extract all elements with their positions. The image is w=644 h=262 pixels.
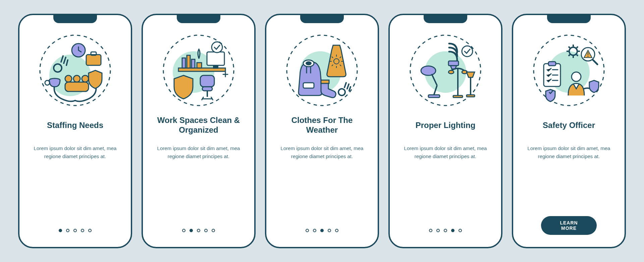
onboarding-screen-1: Staffing Needs Lorem ipsum dolor sit dim… xyxy=(18,14,132,248)
dot-4[interactable] xyxy=(81,229,84,232)
svg-point-4 xyxy=(82,75,89,82)
phone-notch xyxy=(177,15,220,23)
dot-3[interactable] xyxy=(444,229,447,232)
svg-rect-54 xyxy=(453,95,463,97)
screen-title: Proper Lighting xyxy=(416,116,476,135)
dot-3[interactable] xyxy=(197,229,200,232)
dot-5[interactable] xyxy=(88,229,92,232)
svg-line-71 xyxy=(577,47,578,48)
clothes-weather-icon xyxy=(283,32,361,109)
svg-rect-17 xyxy=(182,58,185,68)
svg-rect-18 xyxy=(187,55,190,68)
svg-rect-29 xyxy=(303,83,314,88)
dot-1[interactable] xyxy=(59,229,62,232)
onboarding-screen-3: Clothes For The Weather Lorem ipsum dolo… xyxy=(265,14,379,248)
svg-rect-15 xyxy=(207,52,224,65)
dot-2[interactable] xyxy=(313,229,316,232)
phone-notch xyxy=(53,15,97,23)
svg-rect-16 xyxy=(213,65,218,69)
phone-notch xyxy=(547,15,591,23)
dot-5[interactable] xyxy=(459,229,462,232)
proper-lighting-icon xyxy=(407,32,484,109)
dot-1[interactable] xyxy=(182,229,185,232)
dot-4[interactable] xyxy=(204,229,208,232)
svg-line-69 xyxy=(569,47,570,48)
dot-4[interactable] xyxy=(328,229,331,232)
screen-description: Lorem ipsum dolor sit dim amet, mea regi… xyxy=(278,144,366,160)
dot-2[interactable] xyxy=(66,229,69,232)
svg-point-11 xyxy=(45,80,50,85)
dot-1[interactable] xyxy=(429,229,432,232)
screen-description: Lorem ipsum dolor sit dim amet, mea regi… xyxy=(525,144,612,160)
svg-point-2 xyxy=(65,75,72,82)
pagination-dots xyxy=(59,229,92,232)
svg-point-47 xyxy=(421,66,436,75)
svg-point-21 xyxy=(212,42,222,53)
staffing-needs-icon xyxy=(37,32,114,109)
screen-title: Work Spaces Clean & Organized xyxy=(153,116,244,135)
dot-2[interactable] xyxy=(436,229,440,232)
svg-point-76 xyxy=(587,56,588,57)
svg-line-70 xyxy=(577,55,578,56)
onboarding-screen-4: Proper Lighting Lorem ipsum dolor sit di… xyxy=(388,14,502,248)
dot-5[interactable] xyxy=(335,229,338,232)
svg-rect-22 xyxy=(200,75,214,87)
pagination-dots xyxy=(306,229,338,232)
onboarding-screen-2: Work Spaces Clean & Organized Lorem ipsu… xyxy=(142,14,256,248)
screen-description: Lorem ipsum dolor sit dim amet, mea regi… xyxy=(155,144,242,160)
svg-line-74 xyxy=(593,60,597,64)
dot-1[interactable] xyxy=(306,229,309,232)
dot-3[interactable] xyxy=(73,229,77,232)
svg-point-52 xyxy=(448,70,454,74)
pagination-dots xyxy=(182,229,215,232)
svg-point-42 xyxy=(338,89,345,95)
svg-rect-56 xyxy=(467,95,475,97)
svg-point-77 xyxy=(572,72,581,81)
svg-line-72 xyxy=(569,55,570,56)
svg-rect-5 xyxy=(65,82,89,91)
svg-rect-9 xyxy=(91,52,96,55)
screen-title: Safety Officer xyxy=(543,116,595,135)
screen-title: Clothes For The Weather xyxy=(276,116,368,135)
phone-notch xyxy=(300,15,344,23)
svg-rect-19 xyxy=(192,59,195,68)
svg-rect-8 xyxy=(86,55,101,65)
svg-rect-50 xyxy=(428,95,440,97)
svg-rect-60 xyxy=(548,62,556,66)
svg-point-46 xyxy=(462,46,473,57)
phone-notch xyxy=(424,15,467,23)
safety-officer-icon xyxy=(530,32,607,109)
screen-description: Lorem ipsum dolor sit dim amet, mea regi… xyxy=(32,144,119,160)
dot-2[interactable] xyxy=(190,229,193,232)
screen-description: Lorem ipsum dolor sit dim amet, mea regi… xyxy=(402,144,489,160)
svg-point-3 xyxy=(73,75,80,82)
onboarding-screen-5: Safety Officer Lorem ipsum dolor sit dim… xyxy=(512,14,626,248)
learn-more-button[interactable]: LEARN MORE xyxy=(541,216,597,235)
svg-rect-45 xyxy=(448,61,459,66)
svg-rect-20 xyxy=(197,63,202,68)
work-spaces-icon xyxy=(160,32,237,109)
svg-rect-23 xyxy=(202,87,212,91)
dot-5[interactable] xyxy=(212,229,215,232)
svg-point-28 xyxy=(306,61,312,65)
dot-3[interactable] xyxy=(320,229,324,232)
screen-title: Staffing Needs xyxy=(47,116,103,135)
svg-rect-41 xyxy=(321,80,329,83)
dot-4[interactable] xyxy=(451,229,454,232)
pagination-dots xyxy=(429,229,462,232)
